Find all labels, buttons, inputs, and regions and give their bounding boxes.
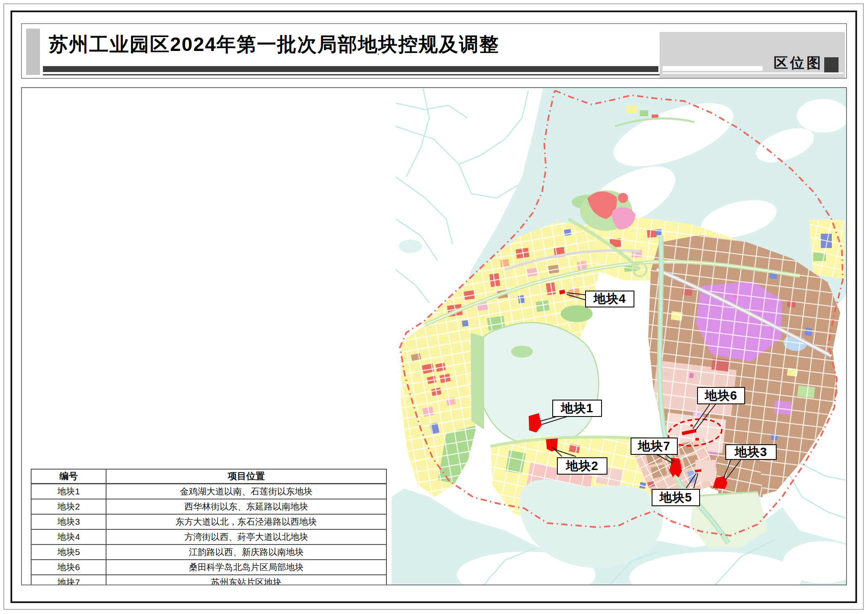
table-row: 地块3 东方大道以北，东石泾港路以西地块: [31, 514, 386, 529]
plot-2-label: 地块2: [557, 457, 607, 475]
table-row: 地块2 西华林街以东、东延路以南地块: [31, 499, 386, 514]
title-accent-bar: [26, 29, 40, 75]
header-white-bar: [663, 66, 763, 71]
plot-location-cell: 金鸡湖大道以南、石莲街以东地块: [106, 484, 386, 499]
cluster-north-resort: [580, 190, 636, 231]
plot-location-cell: 西华林街以东、东延路以南地块: [106, 499, 386, 514]
plot-id-cell: 地块2: [31, 499, 106, 514]
plot-location-cell: 苏州东站片区地块: [106, 575, 386, 585]
table-row: 地块6 桑田科学岛北岛片区局部地块: [31, 560, 386, 575]
sheet-type-label: 区位图: [774, 53, 823, 73]
page-title: 苏州工业园区2024年第一批次局部地块控规及调整: [49, 32, 499, 58]
plot-location-cell: 方湾街以西、葑亭大道以北地块: [106, 529, 386, 545]
plot-location-cell: 东方大道以北，东石泾港路以西地块: [106, 514, 386, 529]
header: 苏州工业园区2024年第一批次局部地块控规及调整 · 区位图: [21, 23, 847, 79]
table-row: 地块1 金鸡湖大道以南、石莲街以东地块: [31, 484, 386, 499]
plot-4-label: 地块4: [585, 291, 634, 307]
plot-id-cell: 地块1: [31, 484, 106, 499]
table-row: 地块5 江韵路以西、新庆路以南地块: [31, 545, 386, 560]
table-header-row: 编号 项目位置: [31, 469, 386, 484]
plot-id-cell: 地块5: [31, 545, 106, 560]
plot-3-label: 地块3: [725, 444, 777, 460]
plot-id-cell: 地块7: [31, 575, 106, 585]
header-rule-thick: [43, 66, 658, 72]
plot-location-cell: 桑田科学岛北岛片区局部地块: [106, 560, 386, 575]
sheet-type-square: [824, 57, 839, 72]
column-header-location: 项目位置: [106, 469, 386, 484]
plot-1-label: 地块1: [552, 400, 602, 417]
plan-sheet: 苏州工业园区2024年第一批次局部地块控规及调整 · 区位图: [0, 0, 868, 614]
table-row: 地块4 方湾街以西、葑亭大道以北地块: [31, 529, 386, 545]
table-row: 地块7 苏州东站片区地块: [31, 575, 386, 585]
plot-id-cell: 地块6: [31, 560, 106, 575]
plot-6-label: 地块6: [697, 387, 745, 404]
plot-id-cell: 地块4: [31, 529, 106, 545]
plot-7-label: 地块7: [631, 438, 678, 455]
plot-id-cell: 地块3: [31, 514, 106, 529]
title-mark: ·: [377, 48, 380, 59]
plot-5-label: 地块5: [652, 489, 700, 506]
header-rule-thin: [43, 74, 660, 75]
plot-location-cell: 江韵路以西、新庆路以南地块: [106, 545, 386, 560]
column-header-id: 编号: [31, 469, 106, 484]
zone-southeast: [690, 454, 768, 548]
zone-northeast-fields: [809, 220, 844, 279]
map-panel: 地块1 地块2 地块3 地块4 地块5 地块6 地块7 编号 项目位置 地块1 …: [21, 87, 847, 585]
plots-table: 编号 项目位置 地块1 金鸡湖大道以南、石莲街以东地块 地块2 西华林街以东、东…: [31, 469, 387, 585]
